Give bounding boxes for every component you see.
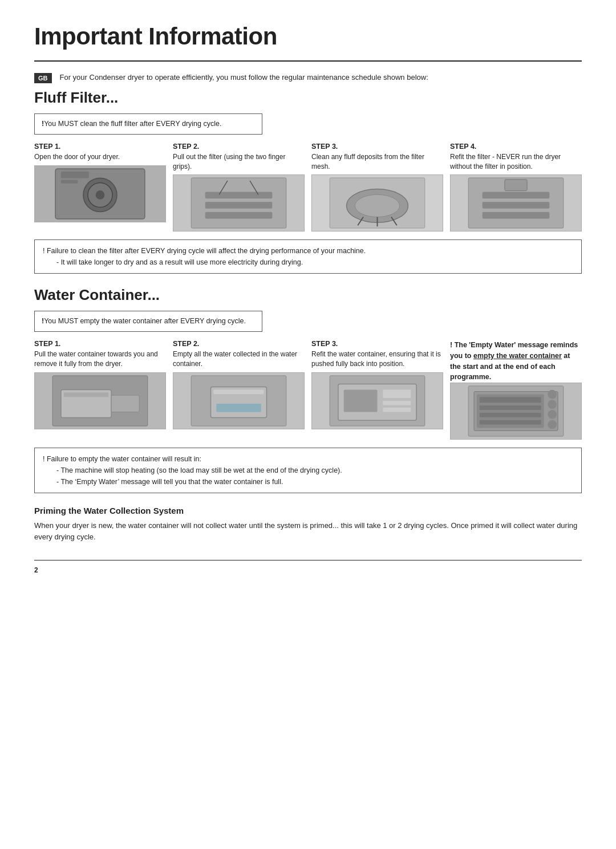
water-step-2-desc: Empty all the water collected in the wat… (173, 350, 305, 369)
svg-rect-4 (61, 171, 89, 178)
fluff-notice-list: It will take longer to dry and as a resu… (56, 257, 573, 268)
gb-badge: GB (34, 73, 52, 83)
svg-point-39 (548, 390, 557, 399)
svg-rect-25 (111, 395, 139, 412)
intro-row: GB For your Condenser dryer to operate e… (34, 72, 582, 83)
water-special-text-1: ! The 'Empty Water' message reminds you … (450, 341, 578, 381)
svg-point-3 (96, 190, 105, 200)
water-step-1-image (34, 372, 166, 429)
svg-rect-44 (480, 397, 541, 403)
water-step-3: STEP 3. Refit the water container, ensur… (311, 340, 443, 440)
svg-rect-29 (216, 404, 261, 412)
water-notice-box: ! Failure to empty the water container w… (34, 448, 582, 493)
svg-rect-34 (383, 389, 411, 398)
top-divider (34, 60, 582, 62)
svg-rect-5 (61, 180, 78, 183)
fluff-step-2-label: STEP 2. (173, 143, 305, 151)
water-step-1-desc: Pull the water container towards you and… (34, 350, 166, 369)
svg-rect-46 (480, 413, 541, 417)
page-title: Important Information (34, 23, 582, 50)
fluff-notice-box: ! Failure to clean the filter after EVER… (34, 239, 582, 274)
water-warning-text: You MUST empty the water container after… (44, 317, 246, 325)
fluff-step-3: STEP 3. Clean any fluff deposits from th… (311, 143, 443, 232)
fluff-step-2-desc: Pull out the filter (using the two finge… (173, 152, 305, 172)
svg-rect-8 (205, 202, 273, 209)
svg-point-42 (548, 420, 557, 429)
water-step-1: STEP 1. Pull the water container towards… (34, 340, 166, 440)
water-step-3-label: STEP 3. (311, 340, 443, 348)
page-number: 2 (34, 566, 582, 574)
fluff-step-3-image (311, 174, 443, 231)
fluff-step-4: STEP 4. Refit the filter - NEVER run the… (450, 143, 582, 232)
water-warning-box: !You MUST empty the water container afte… (34, 311, 262, 332)
svg-rect-47 (480, 420, 541, 425)
svg-rect-30 (213, 389, 264, 394)
svg-rect-26 (64, 392, 108, 397)
priming-title: Priming the Water Collection System (34, 506, 582, 515)
bottom-divider (34, 560, 582, 560)
fluff-step-4-desc: Refit the filter - NEVER run the dryer w… (450, 152, 582, 172)
fluff-step-1-image (34, 165, 166, 222)
fluff-warning-box: !You MUST clean the fluff filter after E… (34, 113, 262, 135)
svg-rect-9 (205, 212, 273, 219)
water-step-2-label: STEP 2. (173, 340, 305, 348)
svg-point-40 (548, 400, 557, 409)
water-step-3-desc: Refit the water container, ensuring that… (311, 350, 443, 369)
svg-rect-35 (383, 401, 411, 405)
fluff-filter-title: Fluff Filter... (34, 89, 582, 107)
water-notice-list: The machine will stop heating (so the lo… (56, 465, 573, 488)
water-step-2: STEP 2. Empty all the water collected in… (173, 340, 305, 440)
svg-rect-20 (483, 202, 550, 209)
fluff-notice-item-1: It will take longer to dry and as a resu… (56, 257, 573, 268)
svg-point-14 (355, 195, 399, 217)
water-notice-item-1: The machine will stop heating (so the lo… (56, 465, 573, 476)
water-step-3-image (311, 372, 443, 429)
fluff-step-3-desc: Clean any fluff deposits from the filter… (311, 152, 443, 172)
svg-rect-22 (505, 180, 527, 191)
fluff-step-4-label: STEP 4. (450, 143, 582, 151)
fluff-step-1: STEP 1. Open the door of your dryer. (34, 143, 166, 232)
intro-text: For your Condenser dryer to operate effi… (60, 72, 428, 83)
water-steps-row: STEP 1. Pull the water container towards… (34, 340, 582, 440)
fluff-step-2-image (173, 174, 305, 231)
water-step-2-image (173, 372, 305, 429)
water-notice-main: ! Failure to empty the water container w… (43, 453, 573, 465)
svg-rect-19 (483, 192, 550, 199)
svg-rect-7 (205, 192, 273, 199)
priming-text: When your dryer is new, the water contai… (34, 520, 582, 543)
svg-rect-36 (383, 407, 411, 412)
svg-point-41 (548, 410, 557, 419)
svg-rect-45 (480, 405, 541, 410)
fluff-steps-row: STEP 1. Open the door of your dryer. STE… (34, 143, 582, 232)
fluff-step-2: STEP 2. Pull out the filter (using the t… (173, 143, 305, 232)
water-special-text: ! The 'Empty Water' message reminds you … (450, 340, 582, 383)
svg-rect-33 (344, 389, 378, 412)
fluff-step-4-image (450, 174, 582, 231)
fluff-step-1-label: STEP 1. (34, 143, 166, 151)
fluff-warning-text: You MUST clean the fluff filter after EV… (44, 120, 221, 128)
svg-rect-21 (483, 212, 550, 219)
water-special-text-bold: ! The 'Empty Water' message reminds you … (450, 341, 578, 381)
water-container-title: Water Container... (34, 286, 582, 304)
fluff-step-3-label: STEP 3. (311, 143, 443, 151)
fluff-notice-main: ! Failure to clean the filter after EVER… (43, 245, 573, 257)
water-step-4-special: ! The 'Empty Water' message reminds you … (450, 340, 582, 440)
water-step-4-image (450, 383, 582, 440)
fluff-step-1-desc: Open the door of your dryer. (34, 152, 166, 162)
water-notice-item-2: The ‘Empty Water’ message will tell you … (56, 476, 573, 488)
water-step-1-label: STEP 1. (34, 340, 166, 348)
